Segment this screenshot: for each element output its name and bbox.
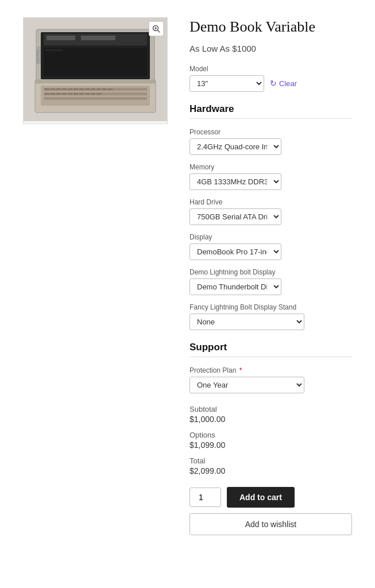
- svg-rect-37: [35, 80, 156, 83]
- quantity-cart-row: Add to cart: [190, 487, 352, 508]
- svg-rect-26: [91, 93, 95, 95]
- memory-label: Memory: [190, 163, 352, 171]
- display-stand-field-group: Fancy Lightning Bolt Display Stand None …: [190, 303, 352, 330]
- options-value: $1,099.00: [190, 440, 352, 450]
- svg-rect-27: [96, 93, 101, 95]
- product-info-column: Demo Book Variable As Low As $1000 Model…: [190, 17, 352, 535]
- processor-field-group: Processor 2.4GHz Quad-core Intel C 2.8GH…: [190, 128, 352, 155]
- svg-rect-15: [96, 88, 101, 90]
- thunderbolt-display-field-group: Demo Lightning bolt Display Demo Thunder…: [190, 268, 352, 295]
- hard-drive-field-group: Hard Drive 750GB Serial ATA Drive @ 1TB …: [190, 198, 352, 225]
- zoom-icon[interactable]: [149, 21, 164, 36]
- refresh-icon: ↻: [270, 79, 277, 88]
- protection-plan-select[interactable]: One Year Two Years Three Years None: [190, 377, 304, 393]
- svg-rect-25: [85, 93, 90, 95]
- display-field-group: Display DemoBook Pro 17-inch H DemoBook …: [190, 233, 352, 260]
- svg-rect-17: [108, 88, 113, 90]
- product-image: OSBORNE: [24, 18, 167, 121]
- display-label: Display: [190, 233, 352, 241]
- svg-rect-18: [45, 93, 49, 95]
- svg-rect-7: [51, 88, 55, 90]
- protection-plan-label: Protection Plan *: [190, 366, 352, 374]
- svg-rect-34: [45, 49, 63, 51]
- svg-rect-22: [68, 93, 72, 95]
- model-select[interactable]: 13" 15" 17": [190, 75, 264, 92]
- thunderbolt-display-label: Demo Lightning bolt Display: [190, 268, 352, 276]
- subtotal-label: Subtotal: [190, 405, 352, 413]
- total-value: $2,099.00: [190, 466, 352, 475]
- hardware-section-header: Hardware: [190, 103, 352, 115]
- product-price: As Low As $1000: [190, 44, 352, 53]
- svg-rect-21: [62, 93, 67, 95]
- product-title: Demo Book Variable: [190, 17, 352, 37]
- hardware-divider: [190, 118, 352, 119]
- total-row: Total $2,099.00: [190, 457, 352, 475]
- model-field-group: Model 13" 15" 17" ↻ Clear: [190, 65, 352, 92]
- svg-rect-13: [85, 88, 90, 90]
- svg-rect-6: [45, 88, 49, 90]
- thunderbolt-display-select[interactable]: Demo Thunderbolt Displa None: [190, 278, 281, 295]
- svg-rect-9: [62, 88, 67, 90]
- support-section-header: Support: [190, 342, 352, 353]
- price-section: Subtotal $1,000.00 Options $1,099.00 Tot…: [190, 405, 352, 475]
- svg-rect-14: [91, 88, 95, 90]
- quantity-input[interactable]: [190, 488, 221, 507]
- svg-text:OSBORNE: OSBORNE: [36, 49, 39, 64]
- model-field-row: 13" 15" 17" ↻ Clear: [190, 75, 352, 92]
- product-image-wrapper: OSBORNE: [23, 17, 168, 124]
- display-select[interactable]: DemoBook Pro 17-inch H DemoBook Pro 15-i…: [190, 243, 281, 260]
- svg-rect-32: [81, 36, 115, 40]
- options-row: Options $1,099.00: [190, 431, 352, 450]
- processor-select[interactable]: 2.4GHz Quad-core Intel C 2.8GHz Quad-cor…: [190, 138, 281, 155]
- svg-line-39: [158, 30, 160, 33]
- svg-rect-33: [44, 48, 147, 76]
- support-divider: [190, 357, 352, 357]
- svg-rect-11: [74, 88, 78, 90]
- processor-label: Processor: [190, 128, 352, 136]
- subtotal-value: $1,000.00: [190, 415, 352, 424]
- add-to-cart-button[interactable]: Add to cart: [227, 487, 295, 508]
- svg-rect-5: [44, 97, 147, 100]
- display-stand-select[interactable]: None Standard Premium: [190, 314, 304, 330]
- svg-rect-16: [102, 88, 107, 90]
- clear-link[interactable]: ↻ Clear: [270, 79, 297, 88]
- memory-field-group: Memory 4GB 1333MHz DDR3 SDRA 8GB 1333MHz…: [190, 163, 352, 190]
- svg-rect-8: [56, 88, 61, 90]
- memory-select[interactable]: 4GB 1333MHz DDR3 SDRA 8GB 1333MHz DDR3 S…: [190, 173, 281, 190]
- svg-rect-23: [74, 93, 78, 95]
- total-label: Total: [190, 457, 352, 465]
- protection-plan-field-group: Protection Plan * One Year Two Years Thr…: [190, 366, 352, 393]
- svg-rect-24: [79, 93, 84, 95]
- svg-rect-19: [51, 93, 55, 95]
- required-star: *: [237, 366, 242, 374]
- add-to-wishlist-button[interactable]: Add to wishlist: [190, 513, 352, 535]
- hard-drive-label: Hard Drive: [190, 198, 352, 206]
- hard-drive-select[interactable]: 750GB Serial ATA Drive @ 1TB Serial ATA …: [190, 208, 281, 225]
- svg-rect-10: [68, 88, 72, 90]
- svg-rect-31: [47, 36, 75, 40]
- subtotal-row: Subtotal $1,000.00: [190, 405, 352, 424]
- display-stand-label: Fancy Lightning Bolt Display Stand: [190, 303, 352, 311]
- svg-rect-20: [56, 93, 61, 95]
- model-label: Model: [190, 65, 352, 73]
- options-label: Options: [190, 431, 352, 439]
- product-image-column: OSBORNE: [23, 17, 172, 124]
- svg-rect-12: [79, 88, 84, 90]
